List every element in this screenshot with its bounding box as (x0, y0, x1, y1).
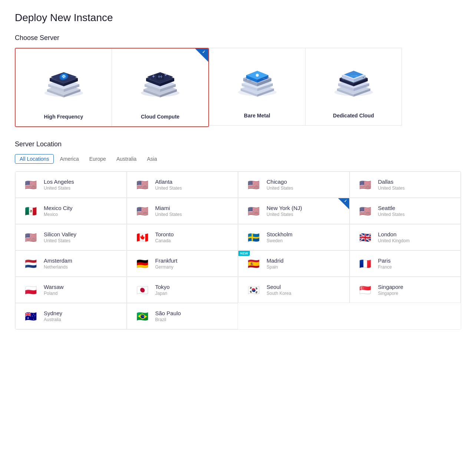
location-info: SingaporeSingapore (378, 284, 403, 296)
hf-server-icon (42, 63, 86, 100)
server-type-cloud-compute[interactable]: ✓ (112, 49, 208, 126)
location-info: LondonUnited Kingdom (378, 231, 410, 243)
location-card-london[interactable]: 🇬🇧LondonUnited Kingdom (350, 224, 461, 250)
location-flag: 🇰🇷 (246, 285, 261, 295)
location-country: France (378, 264, 392, 270)
location-city: New York (NJ) (267, 205, 302, 211)
location-flag: 🇺🇸 (135, 206, 150, 216)
svg-point-20 (169, 76, 170, 77)
location-country: Canada (155, 238, 174, 243)
svg-point-29 (343, 79, 344, 80)
selected-server-group: High Frequency ✓ (15, 48, 209, 127)
location-info: FrankfurtGermany (155, 257, 178, 270)
location-city: Singapore (378, 284, 403, 290)
svg-point-24 (267, 77, 268, 78)
location-country: United States (378, 186, 405, 191)
page-title: Deploy New Instance (15, 12, 461, 24)
location-info: DallasUnited States (378, 179, 405, 191)
location-city: Mexico City (44, 205, 73, 211)
tab-europe[interactable]: Europe (85, 154, 110, 163)
location-city: Warsaw (44, 284, 64, 290)
server-location-heading: Server Location (15, 140, 461, 148)
tab-america[interactable]: America (55, 154, 83, 163)
location-info: MadridSpain (267, 257, 284, 270)
location-card-amsterdam[interactable]: 🇳🇱AmsterdamNetherlands (15, 250, 127, 277)
svg-point-5 (52, 77, 53, 79)
location-card-seattle[interactable]: 🇺🇸SeattleUnited States (350, 198, 461, 224)
location-city: Miami (155, 205, 182, 211)
location-country: United States (267, 186, 293, 191)
dc-server-icon (331, 62, 376, 99)
location-card-dallas[interactable]: 🇺🇸DallasUnited States (350, 171, 461, 198)
tab-australia[interactable]: Australia (112, 154, 141, 163)
location-info: SeoulSouth Korea (267, 284, 291, 296)
location-card-madrid[interactable]: NEW🇪🇸MadridSpain (238, 250, 350, 277)
bm-label: Bare Metal (244, 113, 270, 119)
location-flag: 🇳🇱 (23, 259, 39, 269)
location-flag: 🇯🇵 (135, 285, 150, 295)
location-flag: 🇺🇸 (246, 206, 261, 216)
dc-icon-area (331, 48, 376, 113)
tab-asia[interactable]: Asia (142, 154, 161, 163)
bm-server-icon (235, 62, 280, 99)
cc-label: Cloud Compute (141, 114, 179, 120)
location-flag: 🇫🇷 (357, 259, 373, 269)
location-country: United States (44, 186, 74, 191)
location-info: StockholmSweden (267, 231, 292, 243)
location-country: United States (267, 212, 302, 217)
location-city: Frankfurt (155, 257, 178, 264)
location-country: United States (378, 212, 405, 217)
location-country: Poland (44, 291, 64, 296)
location-city: Los Angeles (44, 179, 74, 185)
location-card-stockholm[interactable]: 🇸🇪StockholmSweden (238, 224, 350, 250)
svg-point-6 (73, 76, 74, 77)
location-card-paris[interactable]: 🇫🇷ParisFrance (350, 250, 461, 277)
location-card-warsaw[interactable]: 🇵🇱WarsawPoland (15, 277, 127, 303)
location-flag: 🇸🇬 (357, 285, 373, 295)
location-country: Netherlands (44, 264, 72, 270)
location-card-toronto[interactable]: 🇨🇦TorontoCanada (127, 224, 238, 250)
server-type-high-frequency[interactable]: High Frequency (16, 49, 112, 126)
cc-selected-badge: ✓ (195, 49, 208, 62)
location-country: Japan (155, 291, 170, 296)
location-card-miami[interactable]: 🇺🇸MiamiUnited States (127, 198, 238, 224)
location-flag: 🇺🇸 (23, 180, 39, 190)
dc-label: Dedicated Cloud (333, 113, 374, 119)
location-card-los-angeles[interactable]: 🇺🇸Los AngelesUnited States (15, 171, 127, 198)
server-type-bare-metal[interactable]: Bare Metal (209, 48, 305, 126)
location-card-tokyo[interactable]: 🇯🇵TokyoJapan (127, 277, 238, 303)
location-country: United States (155, 212, 182, 217)
location-city: Chicago (267, 179, 293, 185)
location-card-frankfurt[interactable]: 🇩🇪FrankfurtGermany (127, 250, 238, 277)
location-card-new-york[interactable]: ✓🇺🇸New York (NJ)United States (238, 198, 350, 224)
location-flag: 🇧🇷 (135, 312, 150, 321)
server-type-dedicated-cloud[interactable]: Dedicated Cloud (305, 48, 402, 126)
location-info: ChicagoUnited States (267, 179, 293, 191)
location-card-chicago[interactable]: 🇺🇸ChicagoUnited States (238, 171, 350, 198)
location-country: Australia (44, 317, 62, 322)
location-country: Germany (155, 264, 178, 270)
location-country: South Korea (267, 291, 291, 296)
location-country: United States (155, 186, 182, 191)
location-info: WarsawPoland (44, 284, 64, 296)
location-city: Madrid (267, 257, 284, 264)
location-card-mexico-city[interactable]: 🇲🇽Mexico CityMexico (15, 198, 127, 224)
location-city: Seoul (267, 284, 291, 290)
location-card-sao-paulo[interactable]: 🇧🇷São PauloBrazil (127, 303, 238, 329)
location-card-singapore[interactable]: 🇸🇬SingaporeSingapore (350, 277, 461, 303)
svg-point-22 (256, 74, 259, 77)
location-tabs: All Locations America Europe Australia A… (15, 154, 461, 164)
location-card-silicon-valley[interactable]: 🇺🇸Silicon ValleyUnited States (15, 224, 127, 250)
new-location-badge: NEW (238, 251, 250, 256)
tab-all-locations[interactable]: All Locations (15, 154, 54, 164)
location-city: Stockholm (267, 231, 292, 237)
location-card-seoul[interactable]: 🇰🇷SeoulSouth Korea (238, 277, 350, 303)
location-grid: 🇺🇸Los AngelesUnited States🇺🇸AtlantaUnite… (15, 171, 461, 330)
location-info: SeattleUnited States (378, 205, 405, 217)
location-card-sydney[interactable]: 🇦🇺SydneyAustralia (15, 303, 127, 329)
bm-icon-area (235, 48, 280, 113)
location-city: London (378, 231, 410, 237)
svg-point-23 (245, 79, 247, 80)
location-card-atlanta[interactable]: 🇺🇸AtlantaUnited States (127, 171, 238, 198)
svg-rect-26 (262, 78, 265, 79)
